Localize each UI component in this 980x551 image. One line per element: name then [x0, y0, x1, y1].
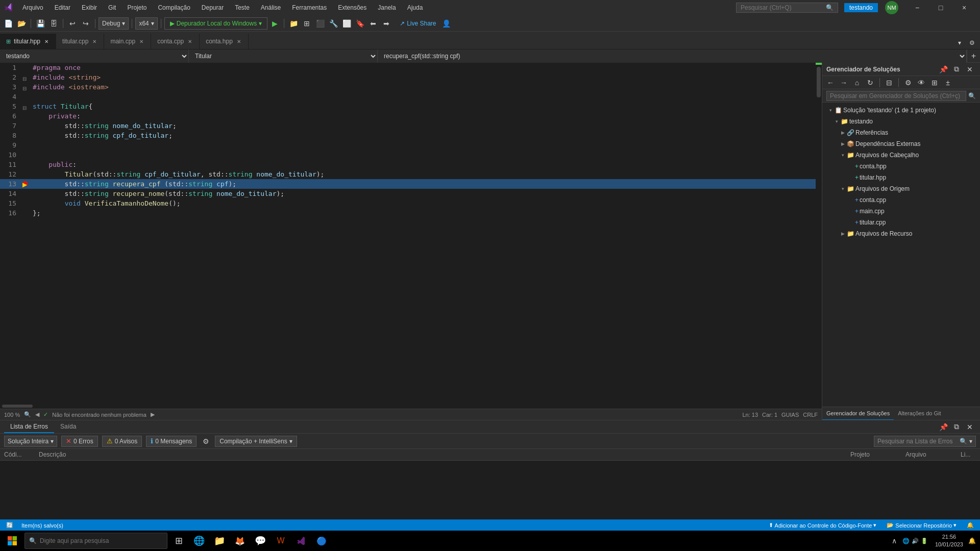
tree-titular-cpp[interactable]: + titular.cpp	[822, 217, 980, 228]
vs-icon[interactable]	[292, 532, 310, 550]
volume-icon[interactable]: 🔊	[912, 538, 919, 544]
toolbar-btn-f[interactable]: ⬅	[367, 17, 379, 30]
solution-search-input[interactable]	[826, 91, 966, 101]
discord-icon[interactable]: 💬	[251, 532, 270, 550]
tree-conta-hpp[interactable]: + conta.hpp	[822, 161, 980, 172]
menu-ferramentas[interactable]: Ferramentas	[288, 2, 331, 13]
start-button[interactable]	[2, 532, 22, 550]
sol-git[interactable]: ±	[942, 77, 954, 89]
messages-filter-btn[interactable]: ℹ 0 Mensagens	[146, 436, 197, 447]
tab-main-cpp[interactable]: main.cpp ✕	[104, 34, 151, 49]
network-icon[interactable]: 🌐	[902, 538, 910, 544]
run-debugger-btn[interactable]: ▶ Depurador Local do Windows ▾	[164, 17, 267, 30]
undo-btn[interactable]: ↩	[66, 17, 79, 30]
sol-nav-back[interactable]: ←	[824, 77, 837, 89]
scroll-thumb[interactable]	[817, 67, 821, 97]
h-scroll-thumb[interactable]	[2, 405, 33, 408]
save-btn[interactable]: 💾	[34, 17, 46, 30]
tab-titular-hpp[interactable]: ⊞ titular.hpp ✕	[0, 34, 56, 49]
menu-arquivo[interactable]: Arquivo	[18, 2, 47, 13]
tab-conta-cpp[interactable]: conta.cpp ✕	[151, 34, 200, 49]
bp-float-btn[interactable]: ⧉	[950, 421, 963, 433]
close-tab-titular-cpp[interactable]: ✕	[91, 38, 97, 45]
sol-collapse[interactable]: ⊟	[883, 77, 895, 89]
tree-titular-hpp[interactable]: + titular.hpp	[822, 172, 980, 183]
tab-saida[interactable]: Saída	[54, 421, 82, 433]
source-control-btn[interactable]: 🔄	[4, 522, 15, 529]
tree-dependencias[interactable]: ▶ 📦 Dependências Externas	[822, 138, 980, 149]
menu-teste[interactable]: Teste	[231, 2, 254, 13]
close-tab-conta-cpp[interactable]: ✕	[187, 38, 193, 45]
build-filter-extra[interactable]: ⚙	[201, 435, 211, 447]
saved-status[interactable]: Item(ns) salvo(s)	[19, 522, 65, 529]
tabs-settings-btn[interactable]: ⚙	[966, 37, 978, 49]
menu-compilacao[interactable]: Compilação	[154, 2, 194, 13]
tab-titular-cpp[interactable]: titular.cpp ✕	[56, 34, 104, 49]
tree-cabecalho-folder[interactable]: ▾ 📁 Arquivos de Cabeçalho	[822, 149, 980, 161]
close-button[interactable]: ×	[952, 0, 976, 15]
vertical-scrollbar[interactable]	[816, 63, 822, 404]
code-lines-area[interactable]: 1 #pragma once 2 ⊟ #include <string>	[0, 63, 816, 404]
bp-close-btn[interactable]: ✕	[964, 421, 976, 433]
tree-recurso-folder[interactable]: ▶ 📁 Arquivos de Recurso	[822, 228, 980, 239]
global-search-input[interactable]	[741, 4, 824, 11]
explorer-icon[interactable]: 📁	[210, 532, 229, 550]
firefox-icon[interactable]: 🦊	[231, 532, 249, 550]
tree-main-cpp[interactable]: + main.cpp	[822, 206, 980, 217]
bp-pin-btn[interactable]: 📌	[937, 421, 949, 433]
panel-close-btn[interactable]: ✕	[964, 63, 976, 76]
menu-extensoes[interactable]: Extensões	[334, 2, 371, 13]
tree-project[interactable]: ▾ 📁 testando	[822, 116, 980, 127]
clock[interactable]: 21:56 10/01/2023	[933, 533, 965, 549]
sol-home[interactable]: ⌂	[851, 77, 863, 89]
tabs-list-btn[interactable]: ▾	[953, 37, 966, 49]
add-source-control-btn[interactable]: ⬆ Adicionar ao Controle do Código-Fonte …	[767, 522, 879, 529]
menu-janela[interactable]: Janela	[374, 2, 400, 13]
tree-referencias[interactable]: ▶ 🔗 Referências	[822, 127, 980, 138]
nav-right[interactable]: ▶	[151, 411, 155, 418]
edge-icon[interactable]: 🌐	[190, 532, 208, 550]
compilacao-filter-btn[interactable]: Compilação + IntelliSens ▾	[215, 436, 297, 447]
class-selector[interactable]: Titular	[189, 49, 378, 63]
menu-projeto[interactable]: Projeto	[123, 2, 151, 13]
tree-solution-root[interactable]: ▾ 📋 Solução 'testando' (1 de 1 projeto)	[822, 105, 980, 116]
close-tab-titular-hpp[interactable]: ✕	[43, 38, 50, 45]
notification-btn[interactable]: 🔔	[965, 522, 976, 529]
sol-mgr-tab[interactable]: Gerenciador de Soluções	[822, 407, 894, 420]
menu-depurar[interactable]: Depurar	[198, 2, 228, 13]
toolbar-btn-d[interactable]: ⬜	[340, 17, 353, 30]
maximize-button[interactable]: □	[929, 0, 952, 15]
global-search-box[interactable]: 🔍	[736, 3, 838, 13]
sol-nav-forward[interactable]: →	[838, 77, 850, 89]
new-project-btn[interactable]: 📄	[2, 17, 14, 30]
nav-left[interactable]: ◀	[35, 411, 39, 418]
redo-btn[interactable]: ↪	[80, 17, 92, 30]
tab-conta-hpp[interactable]: conta.hpp ✕	[200, 34, 249, 49]
close-tab-conta-hpp[interactable]: ✕	[236, 38, 242, 45]
open-btn[interactable]: 📂	[15, 17, 28, 30]
sol-refresh[interactable]: ↻	[864, 77, 876, 89]
notification-area[interactable]: 🔔	[966, 535, 978, 546]
sol-props[interactable]: ⚙	[902, 77, 914, 89]
close-tab-main-cpp[interactable]: ✕	[138, 38, 144, 45]
taskview-btn[interactable]: ⊞	[169, 532, 188, 550]
toolbar-btn-e[interactable]: 🔖	[354, 17, 366, 30]
toolbar-btn-b[interactable]: ⬛	[314, 17, 326, 30]
encoding[interactable]: GUIAS	[781, 412, 799, 418]
toolbar-btn-c[interactable]: 🔧	[327, 17, 339, 30]
folder-btn[interactable]: 📁	[287, 17, 300, 30]
toolbar-btn-g[interactable]: ➡	[380, 17, 393, 30]
user-btn[interactable]: 👤	[440, 17, 453, 30]
zoom-level[interactable]: 100 %	[4, 412, 20, 418]
tree-conta-cpp[interactable]: + conta.cpp	[822, 194, 980, 206]
continue-btn[interactable]: ▶	[268, 17, 281, 30]
sol-show-all[interactable]: 👁	[915, 77, 927, 89]
sol-filter[interactable]: ⊞	[928, 77, 941, 89]
horizontal-scrollbar[interactable]	[0, 404, 822, 409]
context-selector[interactable]: testando	[0, 49, 189, 63]
eol[interactable]: CRLF	[803, 412, 818, 418]
debug-config-dropdown[interactable]: Debug ▾	[99, 17, 129, 30]
tree-origem-folder[interactable]: ▾ 📁 Arquivos de Origem	[822, 183, 980, 194]
git-changes-tab[interactable]: Alterações do Git	[894, 407, 945, 420]
taskbar-search[interactable]: 🔍	[24, 533, 167, 549]
